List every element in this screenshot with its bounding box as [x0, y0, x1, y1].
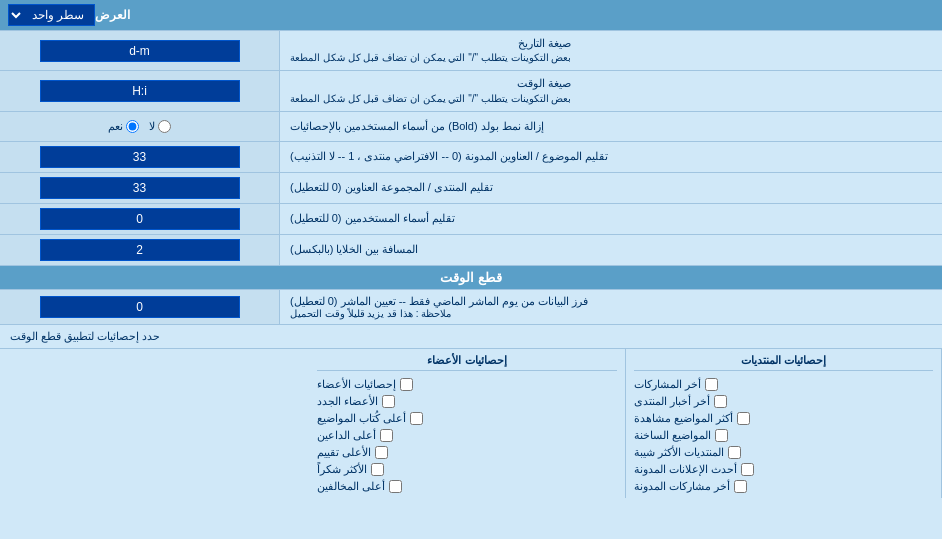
forum-titles-label: تقليم المنتدى / المجموعة العناوين (0 للت… — [280, 173, 942, 203]
checkbox-last-posts[interactable] — [705, 378, 718, 391]
cell-spacing-label: المسافة بين الخلايا (بالبكسل) — [280, 235, 942, 265]
freeze-label: فرز البيانات من يوم الماشر الماضي فقط --… — [280, 290, 942, 324]
remove-bold-radio-group: نعم لا — [108, 120, 171, 133]
checkbox-top-inviters[interactable] — [380, 429, 393, 442]
checkbox-new-members[interactable] — [382, 395, 395, 408]
check-top-inviters: أعلى الداعين — [317, 429, 616, 442]
member-names-input-cell — [0, 204, 280, 234]
main-container: العرض سطر واحد صيغة التاريخ بعض التكوينا… — [0, 0, 942, 498]
member-names-label: تقليم أسماء المستخدمين (0 للتعطيل) — [280, 204, 942, 234]
display-select[interactable]: سطر واحد — [8, 4, 95, 26]
cell-spacing-input-cell — [0, 235, 280, 265]
checkbox-hot-topics[interactable] — [715, 429, 728, 442]
check-blog-posts: أخر مشاركات المدونة — [634, 480, 933, 493]
date-format-input-cell — [0, 31, 280, 70]
date-format-label: صيغة التاريخ بعض التكوينات يتطلب "/" الت… — [280, 31, 942, 70]
time-format-label: صيغة الوقت بعض التكوينات يتطلب "/" التي … — [280, 71, 942, 110]
checkbox-top-rated[interactable] — [375, 446, 388, 459]
check-new-members: الأعضاء الجدد — [317, 395, 616, 408]
freeze-section-title: قطع الوقت — [440, 270, 502, 285]
time-format-input-cell — [0, 71, 280, 110]
date-format-row: صيغة التاريخ بعض التكوينات يتطلب "/" الت… — [0, 31, 942, 71]
checkbox-popular-forums[interactable] — [728, 446, 741, 459]
member-names-input[interactable] — [40, 208, 240, 230]
freeze-input-cell — [0, 290, 280, 324]
topic-titles-input[interactable] — [40, 146, 240, 168]
forum-titles-input[interactable] — [40, 177, 240, 199]
check-most-thankful: الأكثر شكراً — [317, 463, 616, 476]
checkbox-forum-news[interactable] — [714, 395, 727, 408]
radio-no[interactable] — [158, 120, 171, 133]
radio-no-label[interactable]: لا — [149, 120, 171, 133]
freeze-data-row: فرز البيانات من يوم الماشر الماضي فقط --… — [0, 290, 942, 325]
stats-col-forums: إحصائيات المنتديات أخر المشاركات أخر أخب… — [626, 349, 942, 498]
check-hot-topics: المواضيع الساخنة — [634, 429, 933, 442]
check-top-writers: أعلى كُتاب المواضيع — [317, 412, 616, 425]
stats-col-members: إحصائيات الأعضاء إحصائيات الأعضاء الأعضا… — [309, 349, 625, 498]
remove-bold-input-cell: نعم لا — [0, 112, 280, 141]
stats-header-row: حدد إحصائيات لتطبيق قطع الوقت — [0, 325, 942, 349]
top-label: العرض — [95, 8, 934, 22]
check-popular-forums: المنتديات الأكثر شيبة — [634, 446, 933, 459]
stats-col-empty — [0, 349, 309, 498]
freeze-input[interactable] — [40, 296, 240, 318]
date-format-input[interactable] — [40, 40, 240, 62]
checkbox-most-thankful[interactable] — [371, 463, 384, 476]
checkbox-most-viewed[interactable] — [737, 412, 750, 425]
check-top-violators: أعلى المخالفين — [317, 480, 616, 493]
checkbox-member-stats[interactable] — [400, 378, 413, 391]
member-names-row: تقليم أسماء المستخدمين (0 للتعطيل) — [0, 204, 942, 235]
stats-col1-header: إحصائيات المنتديات — [634, 354, 933, 371]
remove-bold-row: إزالة نمط بولد (Bold) من أسماء المستخدمي… — [0, 112, 942, 142]
checkbox-top-violators[interactable] — [389, 480, 402, 493]
checkbox-blog-posts[interactable] — [734, 480, 747, 493]
cell-spacing-row: المسافة بين الخلايا (بالبكسل) — [0, 235, 942, 266]
time-format-row: صيغة الوقت بعض التكوينات يتطلب "/" التي … — [0, 71, 942, 111]
check-top-rated: الأعلى تقييم — [317, 446, 616, 459]
stats-apply-label: حدد إحصائيات لتطبيق قطع الوقت — [0, 325, 942, 348]
topic-titles-row: تقليم الموضوع / العناوين المدونة (0 -- ا… — [0, 142, 942, 173]
forum-titles-input-cell — [0, 173, 280, 203]
check-latest-announcements: أحدث الإعلانات المدونة — [634, 463, 933, 476]
check-member-stats: إحصائيات الأعضاء — [317, 378, 616, 391]
check-forum-news: أخر أخبار المنتدى — [634, 395, 933, 408]
radio-yes[interactable] — [126, 120, 139, 133]
check-most-viewed: أكثر المواضيع مشاهدة — [634, 412, 933, 425]
time-format-input[interactable] — [40, 80, 240, 102]
freeze-section-title-row: قطع الوقت — [0, 266, 942, 290]
stats-checkboxes-section: إحصائيات المنتديات أخر المشاركات أخر أخب… — [0, 349, 942, 498]
check-last-posts: أخر المشاركات — [634, 378, 933, 391]
checkbox-top-writers[interactable] — [410, 412, 423, 425]
stats-col2-header: إحصائيات الأعضاء — [317, 354, 616, 371]
radio-yes-label[interactable]: نعم — [108, 120, 139, 133]
top-row: العرض سطر واحد — [0, 0, 942, 31]
forum-titles-row: تقليم المنتدى / المجموعة العناوين (0 للت… — [0, 173, 942, 204]
topic-titles-label: تقليم الموضوع / العناوين المدونة (0 -- ا… — [280, 142, 942, 172]
topic-titles-input-cell — [0, 142, 280, 172]
cell-spacing-input[interactable] — [40, 239, 240, 261]
remove-bold-label: إزالة نمط بولد (Bold) من أسماء المستخدمي… — [280, 112, 942, 141]
checkbox-latest-announcements[interactable] — [741, 463, 754, 476]
